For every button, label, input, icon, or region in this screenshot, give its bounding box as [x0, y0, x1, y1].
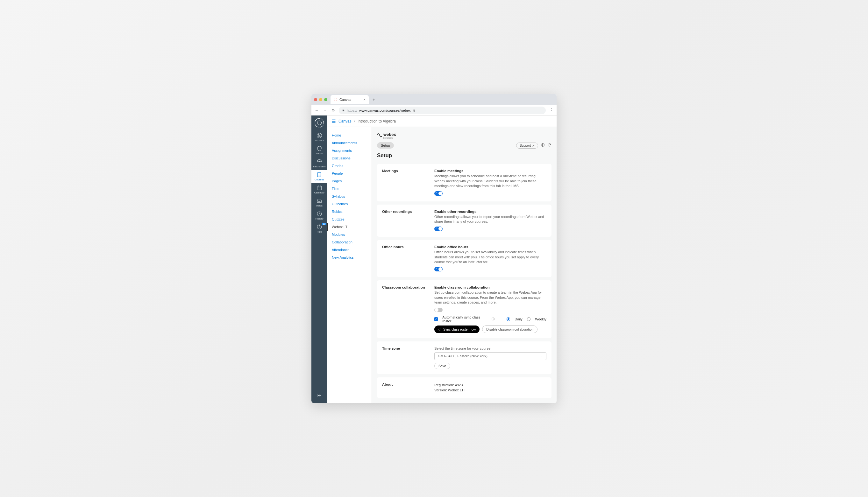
nav-courses[interactable]: Courses — [312, 170, 327, 183]
inbox-icon — [317, 198, 322, 204]
webex-logo: webex by CISCO — [377, 132, 551, 139]
course-nav-syllabus[interactable]: Syllabus — [327, 193, 372, 200]
course-nav-modules[interactable]: Modules — [327, 231, 372, 238]
hamburger-icon[interactable]: ☰ — [332, 119, 336, 124]
timezone-select[interactable]: GMT-04:00, Eastern (New York) ⌄ — [434, 352, 547, 360]
info-icon[interactable]: ⓘ — [492, 317, 495, 321]
window-maximize[interactable] — [324, 98, 327, 101]
webex-brand-sub: by CISCO — [383, 137, 396, 139]
course-nav-collaboration[interactable]: Collaboration — [327, 238, 372, 246]
page-title: Setup — [377, 152, 551, 159]
card-desc: Meetings allows you to schedule and host… — [434, 174, 547, 188]
svg-point-2 — [318, 134, 320, 136]
timezone-value: GMT-04:00, Eastern (New York) — [438, 354, 487, 358]
back-button[interactable]: ← — [314, 108, 320, 113]
support-button[interactable]: Support ↗ — [516, 143, 538, 148]
help-icon — [317, 224, 322, 230]
main-content: webex by CISCO Setup Support ↗ — [372, 127, 556, 403]
course-nav-home[interactable]: Home — [327, 131, 372, 139]
radio-daily[interactable] — [507, 317, 510, 321]
canvas-logo[interactable] — [315, 118, 324, 128]
course-nav-grades[interactable]: Grades — [327, 162, 372, 170]
course-nav-quizzes[interactable]: Quizzes — [327, 215, 372, 223]
breadcrumb-current: Introduction to Algebra — [358, 119, 396, 124]
browser-toolbar: ← → ⟳ https://www.canvas.com/courses/web… — [312, 105, 556, 115]
nav-label: Courses — [315, 178, 324, 181]
course-nav-files[interactable]: Files — [327, 185, 372, 193]
version-value: Webex LTI — [448, 388, 465, 392]
course-nav-assignments[interactable]: Assignments — [327, 147, 372, 154]
address-bar[interactable]: https://www.canvas.com/courses/webex_lti — [339, 106, 546, 114]
tab-close-icon[interactable]: × — [363, 98, 366, 101]
classroom-toggle[interactable]: ✓ — [434, 308, 443, 312]
reload-button[interactable]: ⟳ — [331, 108, 336, 113]
office-hours-toggle[interactable]: ✓ — [434, 267, 443, 271]
lock-icon — [342, 109, 345, 112]
browser-window: Canvas × + ← → ⟳ https://www.canvas.com/… — [312, 94, 556, 403]
nav-admin[interactable]: Admin — [312, 144, 327, 157]
registration-label: Registration: — [434, 383, 454, 387]
help-badge: 10 — [322, 223, 326, 225]
breadcrumb-bar: ☰ Canvas › Introduction to Algebra — [327, 115, 556, 127]
refresh-icon[interactable] — [547, 143, 551, 148]
card-desc: Office hours allows you to set availabil… — [434, 250, 547, 265]
course-nav-pages[interactable]: Pages — [327, 177, 372, 185]
meetings-toggle[interactable]: ✓ — [434, 191, 443, 196]
course-nav-rubics[interactable]: Rubics — [327, 208, 372, 215]
disable-collab-button[interactable]: Disable classroom collaboration — [482, 326, 537, 333]
course-nav-attendance[interactable]: Attendance — [327, 246, 372, 254]
nav-label: Calendar — [314, 191, 325, 194]
window-close[interactable] — [314, 98, 317, 101]
forward-button[interactable]: → — [322, 108, 328, 113]
new-tab-button[interactable]: + — [371, 97, 377, 102]
course-nav-webex-lti[interactable]: Webex LTI — [327, 223, 372, 231]
nav-calendar[interactable]: Calendar — [312, 183, 327, 196]
globe-icon[interactable] — [541, 143, 545, 148]
nav-dashboard[interactable]: Dashboard — [312, 157, 327, 170]
about-version: Version: Webex LTI — [434, 387, 547, 393]
course-nav-new-analytics[interactable]: New Analytics — [327, 254, 372, 261]
card-left-label: Classroom collaboration — [382, 285, 430, 333]
nav-account[interactable]: Account — [312, 131, 327, 144]
auto-sync-label: Automatically sync class roster — [442, 315, 487, 323]
course-nav-announcements[interactable]: Announcements — [327, 139, 372, 147]
other-recordings-toggle[interactable]: ✓ — [434, 227, 443, 231]
card-left-label: Other recordings — [382, 210, 430, 232]
url-prefix: https:// — [347, 109, 357, 112]
setup-tab[interactable]: Setup — [377, 142, 394, 148]
nav-label: Account — [315, 139, 324, 142]
auto-sync-checkbox[interactable]: ✓ — [434, 317, 438, 321]
chevron-right-icon: › — [354, 119, 355, 123]
card-other-recordings: Other recordings Enable other recordings… — [377, 204, 551, 237]
card-office-hours: Office hours Enable office hours Office … — [377, 240, 551, 277]
card-title: Enable office hours — [434, 245, 547, 249]
tool-tab-row: Setup Support ↗ — [377, 142, 551, 148]
course-nav-discussions[interactable]: Discussions — [327, 154, 372, 162]
nav-history[interactable]: History — [312, 209, 327, 222]
collapse-nav-button[interactable] — [317, 393, 322, 399]
content-row: Home Announcements Assignments Discussio… — [327, 127, 556, 403]
nav-inbox[interactable]: Inbox — [312, 196, 327, 209]
external-link-icon: ↗ — [532, 144, 535, 147]
history-icon — [317, 211, 322, 217]
tab-title: Canvas — [340, 98, 351, 101]
timezone-save-button[interactable]: Save — [434, 363, 450, 369]
calendar-icon — [317, 185, 322, 190]
course-nav-people[interactable]: People — [327, 170, 372, 177]
nav-label: Admin — [316, 152, 323, 155]
window-controls — [314, 98, 327, 101]
sync-now-button[interactable]: Sync class roster now — [434, 326, 480, 333]
course-nav-outcomes[interactable]: Outcomes — [327, 200, 372, 208]
global-nav: Account Admin Dashboard Courses Calendar… — [312, 115, 327, 403]
browser-tab[interactable]: Canvas × — [331, 95, 369, 104]
nav-help[interactable]: 10 Help — [312, 222, 327, 235]
browser-menu-icon[interactable]: ⋮ — [548, 107, 554, 113]
support-label: Support — [520, 144, 531, 147]
sync-options-row: ✓ Automatically sync class roster ⓘ Dail… — [434, 315, 547, 323]
breadcrumb-root[interactable]: Canvas — [339, 119, 352, 124]
window-minimize[interactable] — [319, 98, 322, 101]
collapse-icon — [317, 393, 322, 398]
nav-label: Inbox — [316, 204, 322, 207]
card-left-label: Meetings — [382, 169, 430, 196]
radio-weekly[interactable] — [527, 317, 531, 321]
